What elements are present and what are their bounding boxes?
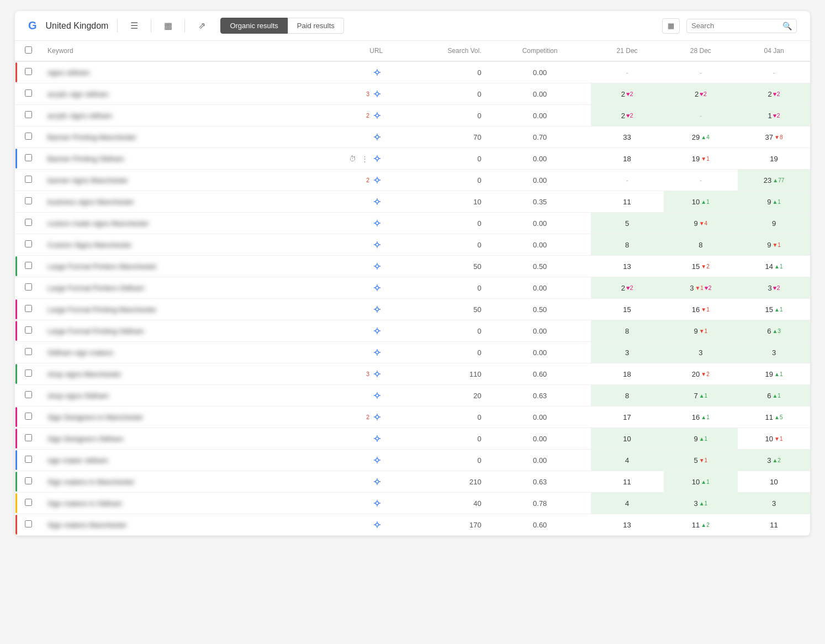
keyword-cell: Sign Designers in Manchester: [40, 407, 289, 428]
keyword-cell: Large Format Printing Oldham: [40, 320, 289, 342]
svg-point-5: [376, 178, 379, 181]
tab-organic[interactable]: Organic results: [220, 18, 287, 34]
external-link-icon[interactable]: [372, 519, 383, 530]
row-checkbox[interactable]: [25, 89, 32, 97]
competition-cell: 0.70: [489, 126, 591, 148]
row-checkbox[interactable]: [25, 413, 32, 420]
search-vol-cell: 0: [390, 234, 489, 256]
external-link-icon[interactable]: [372, 175, 383, 186]
row-checkbox[interactable]: [25, 305, 32, 312]
rank-up-arrow: ▲1: [699, 500, 707, 506]
rank-up-arrow: ▲5: [774, 414, 782, 420]
jan04-cell: 19: [738, 148, 810, 170]
row-checkbox[interactable]: [25, 391, 32, 398]
row-checkbox[interactable]: [25, 369, 32, 377]
external-link-icon[interactable]: [372, 304, 383, 315]
external-link-icon[interactable]: [372, 433, 383, 444]
dec21-cell: -: [591, 170, 664, 191]
rank-number: 29: [692, 133, 700, 141]
jan04-cell: 19▲1: [738, 363, 810, 385]
rank-heart: ♥2: [773, 284, 780, 291]
table-row: sign maker oldham00.0045▼13▲2: [15, 450, 810, 471]
more-icon[interactable]: ⋮: [359, 154, 369, 163]
external-link-icon[interactable]: [372, 131, 383, 142]
row-checkbox[interactable]: [25, 197, 32, 204]
row-checkbox-cell: [17, 191, 40, 213]
row-checkbox[interactable]: [25, 111, 32, 118]
column-toggle[interactable]: ▦: [662, 18, 680, 34]
tab-group: Organic results Paid results: [220, 18, 343, 34]
dec28-cell: 16▲1: [664, 407, 738, 428]
row-checkbox[interactable]: [25, 68, 32, 75]
rank-number: 16: [692, 413, 700, 421]
row-checkbox[interactable]: [25, 520, 32, 527]
external-link-icon[interactable]: [372, 196, 383, 207]
external-link-icon[interactable]: [372, 368, 383, 379]
external-link-icon[interactable]: [372, 239, 383, 250]
row-checkbox[interactable]: [25, 219, 32, 226]
external-link-icon[interactable]: [372, 261, 383, 272]
row-checkbox[interactable]: [25, 434, 32, 441]
dec21-cell: 11: [591, 191, 664, 213]
row-checkbox[interactable]: [25, 240, 32, 247]
url-cell: [289, 320, 390, 342]
external-link-icon[interactable]: [372, 390, 383, 401]
external-link-icon[interactable]: [372, 67, 383, 78]
external-link-icon[interactable]: [372, 325, 383, 336]
external-link-icon[interactable]: [372, 498, 383, 509]
external-link-icon[interactable]: [372, 88, 383, 99]
rank-heart: ♥2: [773, 91, 780, 97]
row-checkbox[interactable]: [25, 154, 32, 161]
external-link-icon[interactable]: [372, 476, 383, 487]
svg-point-2: [376, 114, 379, 117]
row-checkbox[interactable]: [25, 499, 32, 506]
clock-icon[interactable]: ⏱: [347, 154, 357, 163]
external-link-icon[interactable]: [372, 347, 383, 358]
row-checkbox-cell: [17, 471, 40, 493]
row-checkbox[interactable]: [25, 348, 32, 355]
row-checkbox[interactable]: [25, 262, 32, 269]
grid-view-icon[interactable]: ▦: [160, 18, 176, 34]
external-link-icon[interactable]: [372, 455, 383, 466]
search-input[interactable]: [691, 22, 779, 30]
external-link-icon[interactable]: [372, 218, 383, 229]
tab-paid[interactable]: Paid results: [288, 18, 344, 34]
select-all-checkbox[interactable]: [25, 46, 32, 54]
competition-cell: 0.00: [489, 234, 591, 256]
col-header-url: URL: [289, 41, 390, 61]
external-link-icon[interactable]: [372, 110, 383, 121]
row-checkbox-cell: [17, 277, 40, 299]
row-checkbox[interactable]: [25, 477, 32, 484]
url-cell: 3: [289, 363, 390, 385]
rank-number: 15: [623, 305, 631, 314]
jan04-cell: 37▼8: [738, 126, 810, 148]
dec21-cell: 4: [591, 493, 664, 514]
row-checkbox[interactable]: [25, 283, 32, 291]
competition-cell: 0.50: [489, 299, 591, 320]
search-vol-cell: 0: [390, 277, 489, 299]
keyword-text: banner signs Manchester: [47, 176, 128, 184]
dash-value: -: [773, 68, 775, 77]
svg-point-7: [376, 221, 379, 224]
link-icon[interactable]: ⇗: [194, 18, 209, 34]
row-checkbox[interactable]: [25, 176, 32, 183]
external-link-icon[interactable]: [372, 282, 383, 293]
list-view-icon[interactable]: ☰: [126, 18, 142, 34]
row-checkbox[interactable]: [25, 326, 32, 334]
search-vol-cell: 210: [390, 471, 489, 493]
rank-number: 3: [699, 349, 702, 357]
rank-number: 9: [694, 435, 697, 443]
dec21-cell: 2♥2: [591, 105, 664, 126]
external-link-icon[interactable]: [372, 411, 383, 423]
dec28-cell: 2♥2: [664, 83, 738, 105]
keyword-cell: custom made signs Manchester: [40, 213, 289, 234]
row-checkbox[interactable]: [25, 133, 32, 140]
jan04-cell: 3♥2: [738, 277, 810, 299]
rank-number: 3: [772, 499, 776, 508]
external-link-icon[interactable]: [372, 153, 383, 164]
rank-heart: ♥2: [773, 112, 780, 119]
keyword-cell: Sign makers in Oldham: [40, 493, 289, 514]
row-checkbox[interactable]: [25, 456, 32, 463]
table-row: shop signs Manchester31100.601820▼219▲1: [15, 363, 810, 385]
row-checkbox-cell: [17, 213, 40, 234]
